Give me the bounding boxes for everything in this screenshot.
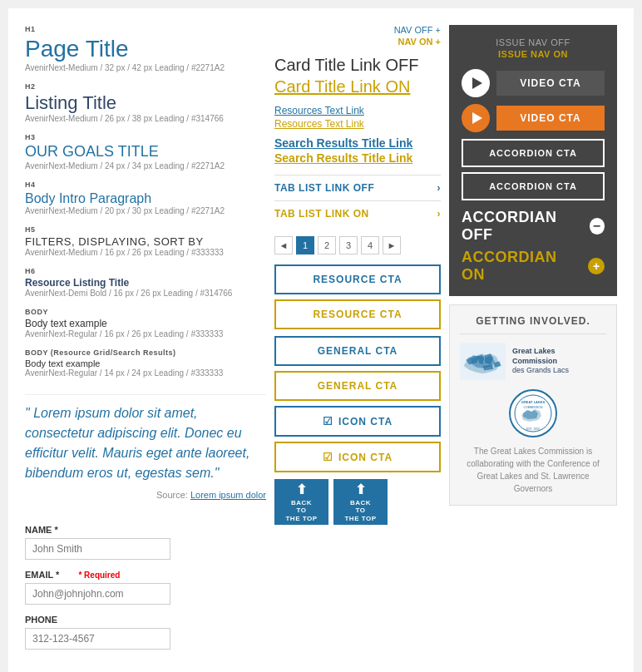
h4-label: H4 — [25, 180, 266, 189]
body-label: BODY — [25, 308, 266, 316]
plus-icon: + — [588, 258, 605, 274]
tab-list-off-label: TAB LIST LINK OFF — [274, 182, 374, 194]
h1-subtitle: AvenirNext-Medium / 32 px / 42 px Leadin… — [25, 63, 266, 72]
email-input[interactable] — [25, 583, 170, 605]
h4-title: Body Intro Paragraph — [25, 190, 266, 206]
phone-input[interactable] — [25, 628, 170, 650]
svg-text:EST. 1955: EST. 1955 — [526, 427, 540, 431]
light-panel: GETTING INVOLVED. — [449, 304, 617, 506]
h6-section: H6 Resource Listing Title AvenirNext-Dem… — [25, 267, 266, 298]
svg-text:GREAT LAKES: GREAT LAKES — [521, 400, 546, 404]
icon-cta-group: ☑ ICON CTA ☑ ICON CTA — [274, 406, 441, 472]
video-cta-label-1: VIDEO CTA — [496, 71, 605, 96]
email-label: EMAIL * * Required — [25, 570, 266, 580]
page-container: H1 Page Title AvenirNext-Medium / 32 px … — [8, 8, 634, 672]
accordian-on-label: ACCORDIAN ON + — [462, 249, 605, 284]
card-title-off: Card Title Link OFF — [274, 55, 441, 75]
h3-section: H3 OUR GOALS TITLE AvenirNext-Medium / 2… — [25, 133, 266, 170]
page-3-button[interactable]: 3 — [339, 236, 358, 254]
icon-cta-on-button[interactable]: ☑ ICON CTA — [274, 442, 441, 472]
next-page-button[interactable]: ► — [383, 236, 401, 254]
issue-nav-off-label: ISSUE NAV OFF — [462, 37, 605, 47]
tab-list-link-on[interactable]: TAB LIST LINK ON › — [274, 200, 441, 226]
phone-label: PHONE — [25, 615, 266, 625]
dark-panel: ISSUE NAV OFF ISSUE NAV ON VIDEO CTA VID… — [449, 25, 617, 296]
resource-cta-group: RESOURCE CTA RESOURCE CTA — [274, 264, 441, 329]
resource-cta-off-button[interactable]: RESOURCE CTA — [274, 264, 441, 294]
prev-page-button[interactable]: ◄ — [274, 236, 293, 254]
search-title-off[interactable]: Search Results Title Link — [274, 136, 441, 150]
accordion-cta-button-1[interactable]: ACCORDION CTA — [462, 139, 605, 167]
h6-title: Resource Listing Title — [25, 277, 266, 289]
nav-on-link[interactable]: NAV ON + — [274, 37, 441, 47]
play-button-orange[interactable] — [462, 104, 490, 132]
page-2-button[interactable]: 2 — [318, 236, 336, 254]
email-field-group: EMAIL * * Required — [25, 570, 266, 605]
play-triangle-icon-dark — [472, 77, 482, 89]
issue-nav-on-label: ISSUE NAV ON — [462, 49, 605, 59]
great-lakes-logo: Great Lakes Commission des Grands Lacs — [460, 343, 606, 380]
h6-label: H6 — [25, 267, 266, 275]
card-title-on[interactable]: Card Title Link ON — [274, 77, 441, 96]
name-label: NAME * — [25, 525, 266, 535]
accordion-cta-button-2[interactable]: ACCORDION CTA — [462, 172, 605, 200]
tab-list-link-off[interactable]: TAB LIST LINK OFF › — [274, 175, 441, 200]
resource-link-off[interactable]: Resources Text Link — [274, 105, 441, 116]
panel-description: The Great Lakes Commission is collaborat… — [460, 445, 606, 495]
back-to-top-button-1[interactable]: ⬆ BACKTOTHE TOP — [274, 479, 328, 525]
quote-source-link[interactable]: Lorem ipsum dolor — [190, 490, 266, 500]
quote-section: " Lorem ipsum dolor sit amet, consectetu… — [25, 394, 266, 508]
form-section: NAME * EMAIL * * Required PHONE — [25, 525, 266, 650]
h3-label: H3 — [25, 133, 266, 141]
checkmark-icon-on: ☑ — [323, 451, 333, 463]
right-column: ISSUE NAV OFF ISSUE NAV ON VIDEO CTA VID… — [449, 25, 617, 660]
name-input[interactable] — [25, 538, 170, 560]
general-cta-on-button[interactable]: GENERAL CTA — [274, 371, 441, 401]
body-section: BODY Body text example AvenirNext-Regula… — [25, 308, 266, 338]
body-title: Body text example — [25, 318, 266, 329]
video-cta-row-1: VIDEO CTA — [462, 69, 605, 97]
nav-off-link[interactable]: NAV OFF + — [274, 25, 441, 35]
h5-title: FILTERS, DISPLAYING, SORT BY — [25, 235, 266, 248]
resource-link-on[interactable]: Resources Text Link — [274, 118, 441, 130]
video-cta-label-2: VIDEO CTA — [496, 106, 605, 131]
back-to-top-button-2[interactable]: ⬆ BACKTOTHE TOP — [333, 479, 388, 525]
left-column: H1 Page Title AvenirNext-Medium / 32 px … — [25, 25, 266, 660]
minus-icon: − — [590, 218, 605, 235]
h5-label: H5 — [25, 225, 266, 234]
great-lakes-name3: des Grands Lacs — [512, 366, 569, 374]
arrow-up-icon-2: ⬆ — [355, 482, 367, 497]
general-cta-off-button[interactable]: GENERAL CTA — [274, 336, 441, 366]
phone-field-group: PHONE — [25, 615, 266, 650]
h4-section: H4 Body Intro Paragraph AvenirNext-Mediu… — [25, 180, 266, 215]
great-lakes-name2: Commission — [512, 357, 557, 365]
h4-subtitle: AvenirNext-Medium / 20 px / 30 px Leadin… — [25, 206, 266, 215]
h2-section: H2 Listing Title AvenirNext-Medium / 26 … — [25, 82, 266, 123]
icon-cta-off-button[interactable]: ☑ ICON CTA — [274, 406, 441, 437]
h1-section: H1 Page Title AvenirNext-Medium / 32 px … — [25, 25, 266, 72]
commission-seal-wrapper: GREAT LAKES COMMISSION EST. 1955 — [460, 388, 606, 438]
checkmark-icon-off: ☑ — [323, 415, 333, 427]
page-1-button[interactable]: 1 — [296, 236, 314, 254]
play-button-white[interactable] — [462, 69, 490, 97]
page-4-button[interactable]: 4 — [361, 236, 379, 254]
accordian-off-label: ACCORDIAN OFF − — [462, 209, 605, 244]
icon-cta-off-label: ICON CTA — [338, 416, 393, 427]
resource-cta-on-button[interactable]: RESOURCE CTA — [274, 299, 441, 329]
great-lakes-name1: Great Lakes — [512, 347, 556, 355]
quote-source-label: Source: — [156, 490, 188, 500]
pagination: ◄ 1 2 3 4 ► — [274, 236, 441, 254]
back-to-top-label-1: BACKTOTHE TOP — [285, 499, 317, 523]
getting-involved-title: GETTING INVOLVED. — [460, 315, 606, 334]
great-lakes-map-icon — [460, 343, 506, 380]
tab-chevron-on-icon: › — [437, 208, 442, 220]
h1-label: H1 — [25, 25, 266, 33]
search-title-on[interactable]: Search Results Title Link — [274, 151, 441, 165]
body2-title: Body text example — [25, 358, 266, 368]
quote-source: Source: Lorem ipsum dolor — [25, 490, 266, 500]
tab-chevron-off-icon: › — [437, 182, 442, 194]
h6-subtitle: AvenirNext-Demi Bold / 16 px / 26 px Lea… — [25, 289, 266, 298]
quote-text: " Lorem ipsum dolor sit amet, consectetu… — [25, 403, 266, 483]
play-triangle-icon-white — [472, 112, 482, 124]
tab-list-on-label: TAB LIST LINK ON — [274, 208, 369, 220]
